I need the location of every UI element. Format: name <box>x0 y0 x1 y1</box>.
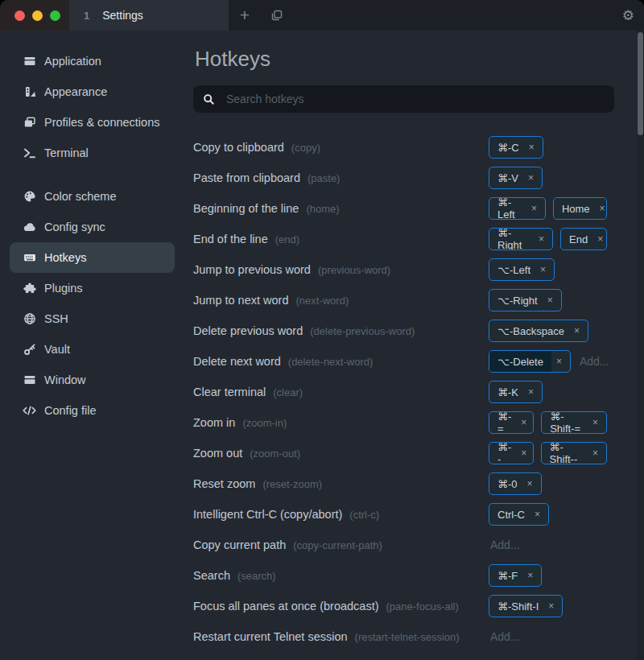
remove-hotkey-icon[interactable]: × <box>516 443 533 464</box>
remove-hotkey-icon[interactable]: × <box>569 320 588 341</box>
remove-hotkey-icon[interactable]: × <box>522 473 541 494</box>
hotkey-badge[interactable]: Ctrl-C× <box>489 503 549 526</box>
sidebar-item-application[interactable]: Application <box>10 46 175 76</box>
remove-hotkey-icon[interactable]: × <box>535 259 554 280</box>
remove-hotkey-icon[interactable]: × <box>522 565 541 586</box>
scrollbar-thumb[interactable] <box>638 32 643 135</box>
globe-icon <box>23 312 36 325</box>
sidebar-item-config-file[interactable]: Config file <box>10 395 175 426</box>
hotkey-row: Paste from clipboard(paste)⌘-V× <box>193 163 614 193</box>
hotkey-combo: ⌘-Shift-- <box>542 443 588 464</box>
sidebar-item-label: Application <box>44 55 101 68</box>
tab-settings[interactable]: 1 Settings <box>69 0 229 31</box>
sidebar-item-color-scheme[interactable]: Color scheme <box>10 181 175 212</box>
hotkey-badge[interactable]: ⌥-Right× <box>489 289 562 311</box>
hotkey-badge[interactable]: ⌘-Shift--× <box>541 442 607 464</box>
hotkey-badge[interactable]: ⌘-Right× <box>489 228 553 250</box>
hotkey-badge[interactable]: ⌘--× <box>489 442 534 464</box>
hotkey-combo: End <box>561 229 592 250</box>
add-hotkey-button[interactable]: Add... <box>580 355 609 368</box>
sidebar-item-terminal[interactable]: Terminal <box>10 138 175 168</box>
code-icon <box>23 404 36 417</box>
hotkey-bindings: ⌥-Backspace× <box>489 320 614 342</box>
remove-hotkey-icon[interactable]: × <box>592 229 607 250</box>
hotkey-row: Focus all panes at once (broadcast)(pane… <box>193 591 614 621</box>
hotkey-bindings: ⌥-Right× <box>489 289 614 311</box>
remove-hotkey-icon[interactable]: × <box>534 229 552 250</box>
new-tab-button[interactable]: + <box>229 0 261 31</box>
remove-hotkey-icon[interactable]: × <box>543 596 562 617</box>
hotkey-badge[interactable]: ⌥-Delete× <box>489 350 571 373</box>
window-icon <box>23 55 36 68</box>
add-hotkey-button[interactable]: Add... <box>490 538 520 551</box>
hotkey-label: Jump to next word <box>193 294 288 307</box>
appearance-icon <box>23 85 36 98</box>
hotkey-badge[interactable]: ⌘-C× <box>489 136 543 159</box>
hotkey-code: (copy) <box>291 142 320 154</box>
remove-hotkey-icon[interactable]: × <box>588 412 606 433</box>
hotkey-combo: ⌘-- <box>489 443 516 464</box>
remove-hotkey-icon[interactable]: × <box>595 198 607 219</box>
minimize-window-button[interactable] <box>32 10 43 21</box>
hotkey-badge[interactable]: ⌥-Backspace× <box>489 320 588 342</box>
sidebar-item-label: Window <box>44 373 86 386</box>
hotkey-bindings: Ctrl-C× <box>489 503 614 526</box>
sidebar-item-hotkeys[interactable]: Hotkeys <box>10 242 175 273</box>
remove-hotkey-icon[interactable]: × <box>523 167 542 188</box>
hotkey-bindings: ⌘-F× <box>489 564 614 587</box>
puzzle-icon <box>23 282 36 295</box>
remove-hotkey-icon[interactable]: × <box>551 351 570 372</box>
hotkey-code: (reset-zoom) <box>262 478 322 490</box>
hotkey-badge[interactable]: ⌘-F× <box>489 564 542 587</box>
remove-hotkey-icon[interactable]: × <box>526 198 545 219</box>
sidebar-item-label: Plugins <box>44 282 83 295</box>
gear-icon[interactable]: ⚙ <box>622 7 634 24</box>
remove-hotkey-icon[interactable]: × <box>516 412 534 433</box>
sidebar-item-plugins[interactable]: Plugins <box>10 273 175 303</box>
sidebar-item-window[interactable]: Window <box>10 365 175 395</box>
hotkey-badge[interactable]: ⌘-0× <box>489 472 542 495</box>
hotkey-label: Clear terminal <box>193 386 266 398</box>
hotkey-row: Beginning of the line(home)⌘-Left×Home× <box>193 193 614 224</box>
sidebar-item-config-sync[interactable]: Config sync <box>10 212 175 242</box>
close-window-button[interactable] <box>14 10 25 21</box>
remove-hotkey-icon[interactable]: × <box>588 443 606 464</box>
hotkey-bindings: Add... <box>489 630 614 643</box>
tab-overview-button[interactable] <box>261 8 293 23</box>
hotkey-badge[interactable]: ⌘-K× <box>489 381 543 403</box>
hotkey-row: Jump to next word(next-word)⌥-Right× <box>193 285 614 316</box>
hotkey-badge[interactable]: ⌘-Left× <box>489 197 546 220</box>
zoom-window-button[interactable] <box>50 10 60 21</box>
hotkey-code: (restart-telnet-session) <box>355 631 460 643</box>
hotkey-row: Delete previous word(delete-previous-wor… <box>193 316 614 346</box>
sidebar-item-vault[interactable]: Vault <box>10 334 175 365</box>
hotkey-code: (paste) <box>308 172 340 184</box>
hotkey-row: Jump to previous word(previous-word)⌥-Le… <box>193 254 614 285</box>
hotkey-combo: ⌘-K <box>489 382 523 402</box>
hotkey-badge[interactable]: Home× <box>553 197 607 220</box>
remove-hotkey-icon[interactable]: × <box>523 382 542 402</box>
hotkey-label: Focus all panes at once (broadcast) <box>193 600 379 613</box>
add-hotkey-button[interactable]: Add... <box>490 630 520 643</box>
hotkey-bindings: ⌘-Right×End× <box>489 228 614 250</box>
remove-hotkey-icon[interactable]: × <box>530 504 548 525</box>
sidebar-item-profiles-connections[interactable]: Profiles & connections <box>10 107 175 138</box>
palette-icon <box>23 190 36 203</box>
hotkey-badge[interactable]: End× <box>560 228 607 250</box>
hotkey-bindings: ⌘-V× <box>489 167 614 189</box>
hotkey-code: (copy-current-path) <box>293 539 382 551</box>
hotkey-badge[interactable]: ⌘-V× <box>489 167 543 189</box>
remove-hotkey-icon[interactable]: × <box>543 290 561 311</box>
search-input[interactable]: Search hotkeys <box>193 85 614 113</box>
main-panel: Hotkeys Search hotkeys Copy to clipboard… <box>181 31 644 660</box>
sidebar-item-appearance[interactable]: Appearance <box>10 76 175 107</box>
remove-hotkey-icon[interactable]: × <box>524 137 543 158</box>
settings-window: 1 Settings + ⚙ ApplicationAppearanceProf… <box>0 0 644 660</box>
hotkey-badge[interactable]: ⌘-Shift-=× <box>541 411 607 434</box>
hotkey-badge[interactable]: ⌥-Left× <box>489 258 555 281</box>
hotkey-badge[interactable]: ⌘-Shift-I× <box>489 595 563 617</box>
sidebar-item-ssh[interactable]: SSH <box>10 303 175 334</box>
hotkey-badge[interactable]: ⌘-=× <box>489 411 534 434</box>
hotkey-label: Beginning of the line <box>193 202 299 215</box>
hotkey-row: Search(search)⌘-F× <box>193 560 614 591</box>
